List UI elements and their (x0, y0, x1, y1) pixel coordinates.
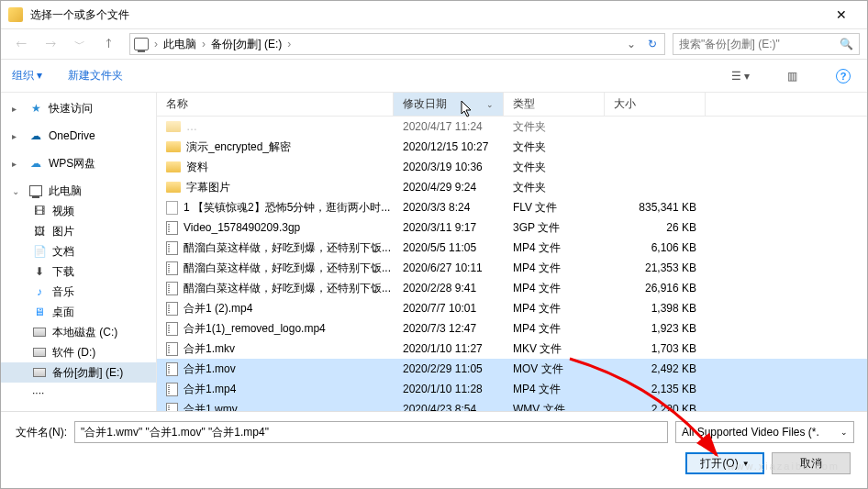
table-row[interactable]: 合并1.mkv2020/1/10 11:27MKV 文件1,703 KB (157, 339, 867, 359)
sidebar-item-desktop[interactable]: 🖥桌面 (1, 302, 156, 322)
file-date: 2020/3/3 8:24 (394, 201, 504, 214)
file-name: 合并1.wmv (184, 402, 238, 412)
chevron-right-icon: › (287, 38, 291, 50)
file-type: MP4 文件 (504, 301, 605, 317)
media-icon (166, 383, 178, 396)
watermark: www.xiazaiba.com (728, 461, 840, 472)
breadcrumb-root[interactable]: 此电脑 (163, 37, 196, 52)
breadcrumb-sub[interactable]: 备份[勿删] (E:) (211, 37, 282, 52)
close-button[interactable]: ✕ (823, 1, 860, 28)
file-name: 合并1 (2).mp4 (184, 301, 252, 317)
sidebar-item-d-drive[interactable]: 软件 (D:) (1, 342, 156, 362)
file-name: 醋溜白菜这样做，好吃到爆，还特别下饭... (184, 261, 391, 276)
filename-label: 文件名(N): (14, 425, 67, 440)
media-icon (166, 302, 178, 316)
address-bar[interactable]: › 此电脑 › 备份[勿删] (E:) › ⌄ ↻ (129, 33, 665, 55)
column-header-type[interactable]: 类型 (504, 93, 605, 116)
filename-input[interactable] (74, 421, 668, 443)
file-size: 21,353 KB (605, 261, 706, 274)
file-area: 名称 修改日期⌄ 类型 大小 … 2020/4/17 11:24 文件夹 演示_… (157, 93, 867, 411)
table-row[interactable]: 演示_encrypted_解密2020/12/15 10:27文件夹 (157, 137, 867, 157)
back-button[interactable]: 🡐 (8, 33, 34, 55)
table-row[interactable]: 合并1.wmv2020/4/23 8:54WMV 文件2,220 KB (157, 399, 867, 411)
file-name: 合并1.mov (184, 361, 236, 377)
sidebar: ▸★快速访问 ▸☁OneDrive ▸☁WPS网盘 ⌄此电脑 🎞视频 🖼图片 📄… (1, 93, 157, 411)
table-row[interactable]: Video_1578490209.3gp2020/3/11 9:173GP 文件… (157, 217, 867, 238)
view-options-button[interactable]: ☰ ▾ (728, 66, 753, 86)
file-type: MP4 文件 (504, 240, 605, 256)
up-button[interactable]: 🡑 (96, 33, 122, 55)
file-list[interactable]: … 2020/4/17 11:24 文件夹 演示_encrypted_解密202… (157, 117, 867, 411)
sidebar-item-videos[interactable]: 🎞视频 (1, 201, 156, 221)
table-row[interactable]: 醋溜白菜这样做，好吃到爆，还特别下饭...2020/2/28 9:41MP4 文… (157, 278, 867, 298)
folder-icon (166, 182, 181, 193)
file-type: 文件夹 (504, 139, 605, 155)
download-icon: ⬇ (32, 264, 47, 279)
preview-pane-button[interactable]: ▥ (779, 66, 805, 86)
organize-menu[interactable]: 组织 ▾ (12, 68, 42, 83)
file-type: MKV 文件 (504, 341, 605, 357)
table-row[interactable]: 醋溜白菜这样做，好吃到爆，还特别下饭...2020/5/5 11:05MP4 文… (157, 238, 867, 258)
sidebar-item-more[interactable]: ···· (1, 383, 156, 403)
table-row[interactable]: 合并1.mov2020/2/29 11:05MOV 文件2,492 KB (157, 359, 867, 379)
file-type: 文件夹 (504, 180, 605, 195)
file-date: 2020/12/15 10:27 (394, 140, 504, 153)
table-row[interactable]: 合并1.mp42020/1/10 11:28MP4 文件2,135 KB (157, 379, 867, 399)
file-date: 2020/1/10 11:28 (394, 383, 504, 395)
column-header-name[interactable]: 名称 (157, 93, 394, 116)
sidebar-item-downloads[interactable]: ⬇下载 (1, 261, 156, 282)
sidebar-item-documents[interactable]: 📄文档 (1, 241, 156, 261)
file-name: Video_1578490209.3gp (184, 221, 300, 234)
music-icon: ♪ (32, 284, 47, 299)
table-row[interactable]: … 2020/4/17 11:24 文件夹 (157, 117, 867, 137)
sidebar-item-c-drive[interactable]: 本地磁盘 (C:) (1, 322, 156, 342)
file-name: 合并1.mkv (184, 341, 235, 357)
column-header-date[interactable]: 修改日期⌄ (394, 93, 504, 116)
file-type: MP4 文件 (504, 281, 605, 296)
new-folder-button[interactable]: 新建文件夹 (68, 68, 123, 83)
forward-button[interactable]: 🡒 (38, 33, 63, 55)
star-icon: ★ (28, 101, 43, 116)
sidebar-item-e-drive[interactable]: 备份[勿删] (E:) (1, 362, 156, 383)
sidebar-item-wps[interactable]: ▸☁WPS网盘 (1, 153, 156, 173)
file-type-filter[interactable]: All Supported Video Files (*.⌄ (675, 421, 854, 443)
sidebar-item-onedrive[interactable]: ▸☁OneDrive (1, 126, 156, 146)
chevron-right-icon: › (202, 38, 206, 50)
sidebar-item-quick-access[interactable]: ▸★快速访问 (1, 98, 156, 118)
picture-icon: 🖼 (32, 224, 47, 239)
titlebar: 选择一个或多个文件 ✕ (1, 1, 867, 28)
search-input[interactable]: 搜索"备份[勿删] (E:)" 🔍 (673, 33, 860, 55)
table-row[interactable]: 合并1 (2).mp42020/7/7 10:01MP4 文件1,398 KB (157, 298, 867, 318)
table-row[interactable]: 字幕图片2020/4/29 9:24文件夹 (157, 177, 867, 197)
sidebar-item-this-pc[interactable]: ⌄此电脑 (1, 181, 156, 201)
file-date: 2020/2/29 11:05 (394, 362, 504, 375)
table-row[interactable]: 合并1(1)_removed_logo.mp42020/7/3 12:47MP4… (157, 318, 867, 339)
file-size: 1,703 KB (605, 342, 706, 355)
video-icon: 🎞 (32, 204, 47, 218)
file-size: 6,106 KB (605, 241, 706, 254)
media-icon (166, 282, 178, 295)
window-title: 选择一个或多个文件 (30, 7, 823, 23)
sidebar-item-music[interactable]: ♪音乐 (1, 282, 156, 302)
column-header-size[interactable]: 大小 (605, 93, 706, 116)
sidebar-item-pictures[interactable]: 🖼图片 (1, 221, 156, 241)
file-name: 醋溜白菜这样做，好吃到爆，还特别下饭... (184, 240, 391, 256)
table-row[interactable]: 1 【笑镇惊魂2】恐怖5分钟，逛街两小时...2020/3/3 8:24FLV … (157, 197, 867, 217)
search-icon[interactable]: 🔍 (840, 38, 853, 50)
refresh-button[interactable]: ↻ (644, 38, 661, 50)
disk-icon (32, 345, 47, 360)
file-type: 3GP 文件 (504, 220, 605, 236)
recent-dropdown[interactable]: ﹀ (67, 33, 93, 55)
pc-icon (28, 183, 43, 198)
pc-icon (134, 38, 149, 50)
media-icon (166, 403, 178, 412)
file-date: 2020/2/28 9:41 (394, 282, 504, 295)
address-dropdown[interactable]: ⌄ (624, 38, 639, 50)
file-name: 演示_encrypted_解密 (186, 139, 291, 155)
document-icon: 📄 (32, 244, 47, 259)
table-row[interactable]: 资料2020/3/19 10:36文件夹 (157, 157, 867, 177)
file-date: 2020/7/7 10:01 (394, 302, 504, 315)
table-row[interactable]: 醋溜白菜这样做，好吃到爆，还特别下饭...2020/6/27 10:11MP4 … (157, 258, 867, 278)
help-button[interactable]: ? (830, 66, 856, 86)
body-area: ▸★快速访问 ▸☁OneDrive ▸☁WPS网盘 ⌄此电脑 🎞视频 🖼图片 📄… (1, 93, 867, 411)
